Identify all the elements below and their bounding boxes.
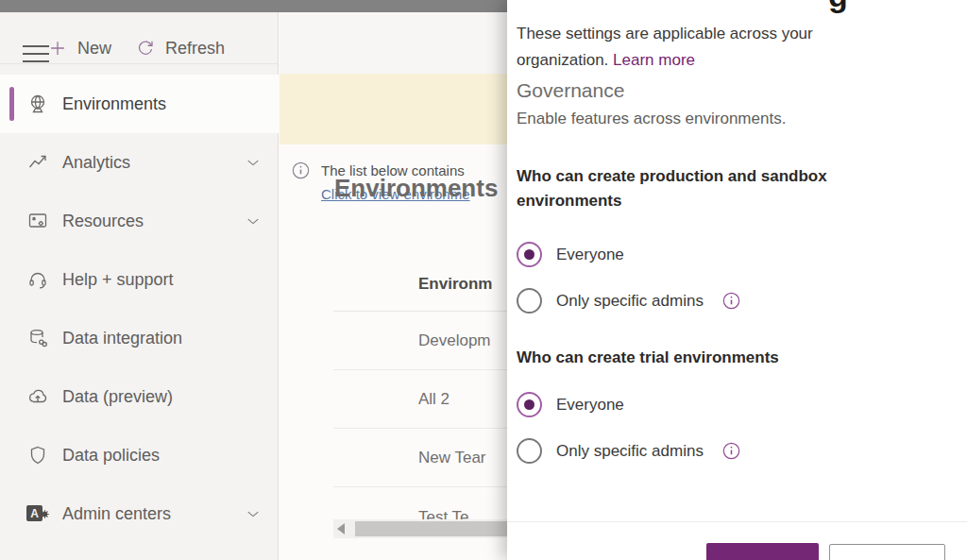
chevron-down-icon (245, 154, 262, 171)
command-bar (280, 12, 507, 74)
hamburger-menu-button[interactable] (23, 45, 49, 62)
sidebar-item-label: Admin centers (62, 504, 171, 524)
globe-icon (26, 93, 49, 115)
scrollbar-thumb[interactable] (355, 521, 507, 536)
sidebar-item-label: Data (preview) (62, 387, 173, 407)
sidebar-item-admin-centers[interactable]: A Admin centers (0, 484, 279, 543)
section-title: Governance (517, 79, 624, 102)
sidebar-item-label: Help + support (62, 270, 174, 290)
sidebar-item-label: Environments (62, 94, 166, 114)
sidebar-item-data-policies[interactable]: Data policies (0, 426, 279, 484)
radio-unselected-icon[interactable] (517, 288, 542, 314)
app-window: Environments Analytics (0, 0, 967, 560)
sidebar-item-label: Data policies (62, 446, 160, 466)
scroll-left-arrow-icon[interactable] (337, 523, 345, 535)
sidebar-item-label: Data integration (62, 329, 182, 348)
info-icon[interactable] (722, 292, 740, 310)
sidebar-item-label: Resources (62, 212, 144, 231)
app-header-dimmed (0, 0, 507, 12)
sidebar-divider (0, 63, 279, 64)
refresh-icon (135, 38, 156, 59)
selected-accent-bar (9, 87, 14, 121)
headset-icon (26, 268, 49, 291)
chevron-down-icon (245, 505, 262, 522)
shield-icon (26, 444, 49, 467)
radio-unselected-icon[interactable] (517, 438, 542, 464)
resources-icon (26, 210, 49, 232)
database-icon (26, 327, 49, 349)
radio-selected-icon[interactable] (517, 392, 542, 417)
sidebar-item-data-preview[interactable]: Data (preview) (0, 367, 279, 426)
question-production-sandbox: Who can create production and sandbox en… (517, 164, 894, 213)
panel-title-glyph: g (828, 0, 848, 14)
sidebar-item-resources[interactable]: Resources (0, 192, 279, 250)
panel-description: These settings are applicable across you… (517, 21, 891, 74)
sidebar: Environments Analytics (0, 12, 279, 560)
horizontal-scrollbar[interactable] (333, 519, 507, 538)
chart-icon (26, 151, 49, 174)
page-title: Environments (334, 174, 498, 203)
new-button[interactable]: New (47, 34, 111, 62)
refresh-button-label: Refresh (165, 39, 225, 59)
sidebar-item-analytics[interactable]: Analytics (0, 133, 279, 192)
plus-icon (47, 38, 68, 59)
admin-centers-icon: A (26, 502, 49, 525)
cancel-button[interactable] (829, 544, 945, 560)
sidebar-nav: Environments Analytics (0, 75, 279, 543)
footer-divider (507, 521, 967, 522)
radio-selected-icon[interactable] (517, 242, 542, 267)
learn-more-link[interactable]: Learn more (613, 51, 695, 69)
panel-title-partial: g (507, 0, 967, 17)
info-icon (292, 161, 310, 179)
section-subtitle: Enable features across environments. (517, 110, 786, 128)
sidebar-item-label: Analytics (62, 153, 130, 173)
radio-option-everyone[interactable]: Everyone (517, 242, 624, 267)
sidebar-item-help-support[interactable]: Help + support (0, 250, 279, 309)
new-button-label: New (77, 39, 111, 59)
cloud-upload-icon (26, 385, 49, 408)
radio-option-specific-admins[interactable]: Only specific admins (517, 288, 740, 314)
save-button[interactable] (706, 543, 819, 560)
gear-icon (39, 508, 51, 520)
chevron-down-icon (245, 212, 262, 229)
settings-panel: g These settings are applicable across y… (507, 0, 967, 560)
radio-option-everyone[interactable]: Everyone (517, 392, 624, 417)
question-trial: Who can create trial environments (517, 346, 894, 370)
info-icon[interactable] (722, 442, 740, 460)
radio-option-specific-admins[interactable]: Only specific admins (517, 438, 740, 464)
sidebar-item-data-integration[interactable]: Data integration (0, 309, 279, 367)
refresh-button[interactable]: Refresh (135, 34, 225, 62)
sidebar-item-environments[interactable]: Environments (0, 75, 279, 133)
